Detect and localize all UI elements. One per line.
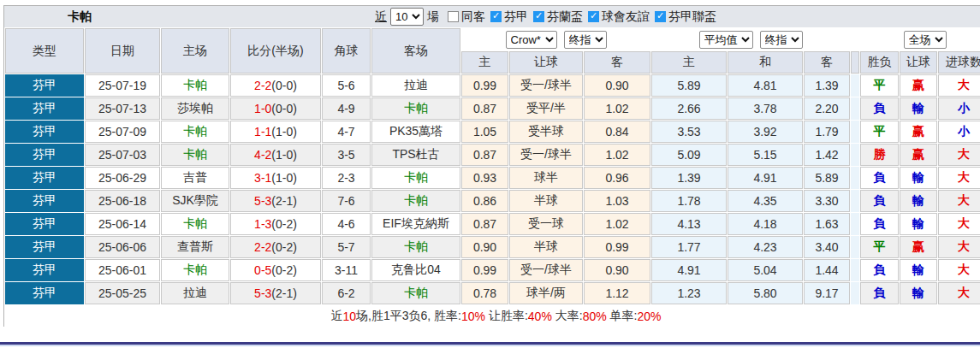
spacer (851, 213, 859, 235)
avg-draw-cell: 4.18 (728, 213, 803, 235)
spacer (851, 74, 859, 97)
odds-home-cell: 0.87 (461, 213, 508, 235)
goals-cell: 大 (938, 213, 980, 235)
score-cell: 1-0(0-0) (230, 97, 321, 120)
scope-select[interactable]: 全场 (904, 31, 947, 49)
odds-away-cell: 1.02 (584, 144, 650, 166)
date-cell: 25-06-06 (85, 236, 160, 258)
recent-link[interactable]: 近 (375, 9, 387, 25)
avg-home-cell: 4.13 (651, 213, 727, 235)
home-team-cell: 查普斯 (161, 236, 229, 258)
filter-label-1: 芬甲 (504, 9, 528, 23)
away-team-cell: 卡帕 (371, 190, 460, 212)
goals-cell: 大 (938, 259, 980, 281)
handicap-cell: 受一球 (509, 213, 583, 235)
home-team-cell: 拉迪 (161, 282, 229, 304)
filter-controls: 近 10 場 同客芬甲芬蘭盃球會友誼芬甲聯盃 (375, 6, 716, 27)
odds-away-cell: 0.90 (584, 74, 650, 97)
table-row: 芬甲25-07-03卡帕4-2(1-0)3-5TPS杜古0.87受一/球半1.0… (5, 144, 980, 166)
recent-games-select[interactable]: 10 (390, 8, 424, 26)
league-cell: 芬甲 (5, 259, 84, 281)
filter-checkbox-2[interactable] (533, 11, 544, 22)
games-label: 場 (427, 9, 439, 25)
result-cell: 平 (860, 236, 899, 258)
bookmaker-stage-select[interactable]: 终指 (564, 31, 607, 49)
date-cell: 25-07-19 (85, 74, 160, 97)
footer-segment-6: 大率: (552, 309, 583, 324)
result-cell: 負 (860, 282, 899, 304)
result-cell: 平 (860, 74, 899, 97)
filter-label-0: 同客 (461, 9, 485, 23)
filter-checkbox-3[interactable] (588, 11, 599, 22)
handicap-result-cell: 輸 (900, 190, 937, 212)
corners-cell: 6-2 (322, 282, 371, 304)
filter-checkbox-4[interactable] (655, 11, 666, 22)
avg-home-cell: 5.89 (651, 74, 727, 97)
corners-cell: 5-7 (322, 236, 371, 258)
odds-home-cell: 0.87 (461, 144, 508, 166)
avg-draw-cell: 4.23 (728, 236, 803, 258)
away-team-cell: TPS杜古 (371, 144, 460, 166)
score-cell: 0-5(0-2) (230, 259, 321, 281)
league-cell: 芬甲 (5, 144, 84, 166)
bookmaker-select[interactable]: Crow* (506, 31, 557, 49)
footer-segment-8: 单率: (607, 309, 638, 324)
filter-checkbox-1[interactable] (490, 11, 502, 22)
avg-draw-cell: 4.81 (728, 74, 803, 97)
avg-away-cell: 3.30 (804, 190, 850, 212)
league-cell: 芬甲 (5, 190, 84, 212)
filter-label-4: 芬甲聯盃 (668, 9, 716, 23)
table-row: 芬甲25-07-19卡帕2-2(0-0)5-6拉迪0.99受一/球半0.905.… (5, 74, 980, 97)
odds-home-cell: 0.99 (461, 259, 508, 281)
filter-label-2: 芬蘭盃 (547, 9, 583, 23)
goals-cell: 大 (938, 236, 980, 258)
footer-segment-0: 近 (331, 309, 343, 324)
home-team-cell: 莎埃帕 (161, 97, 229, 120)
date-cell: 25-07-03 (85, 144, 160, 166)
odds-home-cell: 0.86 (461, 190, 508, 212)
league-cell: 芬甲 (5, 167, 84, 189)
home-team-cell: 卡帕 (161, 144, 229, 166)
table-row: 芬甲25-06-06查普斯2-2(0-2)5-7卡帕0.90半球0.991.77… (5, 236, 980, 258)
bookmaker-select-group: Crow*终指 (461, 28, 650, 50)
handicap-cell: 受平/半 (509, 97, 583, 120)
footer-segment-7: 80% (583, 310, 607, 323)
odds-away-cell: 0.96 (584, 167, 650, 189)
goals-cell: 大 (938, 167, 980, 189)
handicap-result-cell: 赢 (900, 144, 937, 166)
result-cell: 負 (860, 213, 899, 235)
score-cell: 5-3(2-1) (230, 190, 321, 212)
handicap-cell: 受一/球半 (509, 144, 583, 166)
average-select[interactable]: 平均值 (699, 31, 753, 49)
odds-home-cell: 1.05 (461, 121, 508, 143)
avg-home-cell: 5.09 (651, 144, 727, 166)
spacer (851, 282, 859, 304)
handicap-result-cell: 輸 (900, 167, 937, 189)
result-cell: 平 (860, 121, 899, 143)
table-row: 芬甲25-07-09卡帕1-1(1-0)4-7PK35萬塔1.05受半球0.84… (5, 121, 980, 143)
col-odds-handicap: 让球 (509, 51, 583, 74)
avg-home-cell: 1.78 (651, 190, 727, 212)
date-cell: 25-06-18 (85, 190, 160, 212)
avg-away-cell: 5.89 (804, 167, 850, 189)
page-viewport: 卡帕 近 10 場 同客芬甲芬蘭盃球會友誼芬甲聯盃 类型 (0, 0, 980, 348)
filter-checkbox-0[interactable] (448, 11, 459, 22)
date-cell: 25-07-09 (85, 121, 160, 143)
footer-segment-1: 10 (343, 310, 357, 323)
handicap-result-cell: 輸 (900, 282, 937, 304)
league-cell: 芬甲 (5, 97, 84, 120)
league-cell: 芬甲 (5, 74, 84, 97)
date-cell: 25-07-13 (85, 97, 160, 120)
table-row: 芬甲25-06-14卡帕1-3(0-2)4-6EIF埃克納斯0.87受一球1.0… (5, 213, 980, 235)
col-avg-away: 客 (804, 51, 850, 74)
odds-home-cell: 0.93 (461, 167, 508, 189)
date-cell: 25-05-25 (85, 282, 160, 304)
home-team-cell: SJK學院 (161, 190, 229, 212)
goals-cell: 小 (938, 97, 980, 120)
date-cell: 25-06-01 (85, 259, 160, 281)
col-odds-away: 客 (584, 51, 650, 74)
col-avg-home: 主 (651, 51, 727, 74)
average-stage-select[interactable]: 终指 (760, 31, 803, 49)
table-row: 芬甲25-05-25拉迪5-3(2-1)6-2卡帕0.78球半/两1.121.2… (5, 282, 980, 304)
away-team-cell: EIF埃克納斯 (371, 213, 460, 235)
